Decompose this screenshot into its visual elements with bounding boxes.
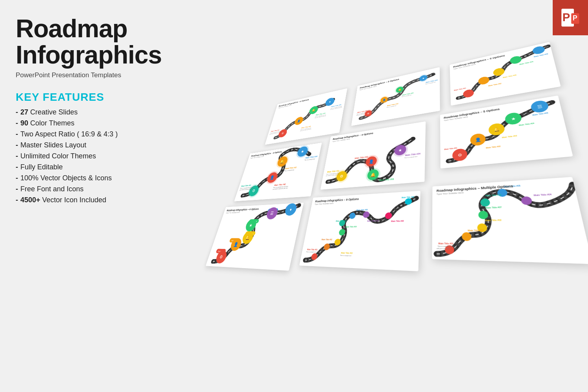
dash: -	[16, 119, 18, 127]
list-item: - Unlimited Color Themes	[16, 152, 180, 160]
road-svg-7: Option #01 Option #02 Option #03 Option …	[206, 203, 304, 270]
svg-text:This is a sample text: This is a sample text	[306, 251, 317, 253]
svg-text:This is a sample text: This is a sample text	[340, 254, 351, 257]
list-item: - 100% Vector Objects & Icons	[16, 174, 180, 182]
feature-text: Two Aspect Ratio ( 16:9 & 4:3 )	[20, 130, 118, 138]
list-item: - Free Font and Icons	[16, 185, 180, 193]
dash: -	[16, 174, 18, 182]
svg-text:⚙: ⚙	[457, 152, 462, 157]
dash: -	[16, 141, 18, 149]
svg-text:Main Title #03: Main Title #03	[285, 166, 297, 169]
svg-text:Main Title #04: Main Title #04	[345, 226, 357, 228]
svg-text:Main Title #02: Main Title #02	[486, 145, 501, 149]
svg-text:⚙: ⚙	[367, 112, 370, 115]
svg-text:Main Title #04: Main Title #04	[305, 155, 318, 159]
list-item: - Master Slides Layout	[16, 141, 180, 149]
list-item: - Two Aspect Ratio ( 16:9 & 4:3 )	[16, 130, 180, 138]
feature-text: 4500+ Vector Icon Included	[20, 196, 106, 204]
slide-inner-7: Roadmap Infographics – 6 Options Type Yo…	[206, 203, 304, 270]
svg-text:Main Title #01: Main Title #01	[439, 242, 454, 245]
slide-card-7: Roadmap Infographics – 6 Options Type Yo…	[206, 203, 304, 270]
svg-text:Main Title #05: Main Title #05	[532, 112, 549, 116]
subtitle: PowerPoint Presentation Templates	[16, 71, 180, 79]
svg-text:P: P	[573, 14, 577, 22]
slide-inner-6: Roadmap Infographics – 5 Options Type Yo…	[440, 96, 573, 169]
svg-text:Main Title #05: Main Title #05	[336, 220, 347, 222]
road-svg-6: ⚙ 👤 🔔 ★ ☰ Main Title #01 Main Title #02 …	[440, 96, 573, 169]
road-svg-3: Main Title #01 Main Title #02 Main Title…	[450, 42, 561, 105]
ppt-icon: P P	[560, 7, 581, 28]
svg-text:Main Title #02: Main Title #02	[485, 219, 502, 221]
feature-text: 90 Color Themes	[20, 119, 75, 127]
ppt-badge-inner: P P	[560, 7, 581, 28]
slides-grid: Roadmap Infographics – 4 Options Type Yo…	[165, 24, 588, 392]
features-list: - 27 Creative Slides - 90 Color Themes -…	[16, 108, 180, 204]
svg-text:Main Title #03: Main Title #03	[502, 135, 517, 139]
svg-text:★: ★	[422, 77, 424, 80]
slide-inner-9: Roadmap Infographics – Multiple Options …	[432, 177, 588, 264]
svg-text:Main Title #03: Main Title #03	[341, 252, 353, 254]
svg-text:Main Title #06: Main Title #06	[356, 209, 368, 211]
feature-text: Unlimited Color Themes	[20, 152, 96, 160]
slide-inner-8: Roadmap Infographics – 9 Options Type Yo…	[299, 191, 421, 271]
svg-text:add your own text: add your own text	[437, 247, 450, 250]
svg-text:🔔: 🔔	[370, 172, 376, 178]
svg-text:Main Title #04: Main Title #04	[519, 122, 535, 126]
list-item: - Fully Editable	[16, 163, 180, 171]
slide-card-9: Roadmap Infographics – Multiple Options …	[432, 177, 588, 264]
svg-text:☰: ☰	[537, 104, 542, 109]
svg-text:Main Title #06: Main Title #06	[485, 194, 502, 197]
slide-inner-4: Roadmap Infographics – 4 Options Type Yo…	[234, 143, 322, 201]
svg-text:P: P	[563, 11, 570, 24]
svg-text:Main Title #01: Main Title #01	[454, 87, 466, 91]
slide-card-4: Roadmap Infographics – 4 Options Type Yo…	[234, 143, 322, 201]
feature-text: Fully Editable	[20, 163, 63, 171]
feature-text: Free Font and Icons	[20, 185, 84, 193]
svg-text:Main Title #02: Main Title #02	[321, 238, 333, 241]
svg-text:Main Title #01: Main Title #01	[444, 147, 457, 151]
svg-text:Main Title #07: Main Title #07	[486, 206, 502, 209]
slide-inner-2: Roadmap Infographics – 4 Options Type Yo…	[351, 67, 440, 126]
dash: -	[16, 196, 18, 204]
slide-card-8: Roadmap Infographics – 9 Options Type Yo…	[299, 191, 421, 271]
slide-card-3: Roadmap Infographics – 5 Options Type Yo…	[450, 42, 561, 105]
svg-text:⚙: ⚙	[339, 174, 344, 179]
dash: -	[16, 152, 18, 160]
slide-card-2: Roadmap Infographics – 4 Options Type Yo…	[351, 67, 440, 126]
feature-text: Master Slides Layout	[20, 141, 86, 149]
svg-text:Main Title #01: Main Title #01	[307, 249, 318, 251]
svg-text:Main Title #04: Main Title #04	[519, 61, 534, 65]
svg-text:★: ★	[510, 116, 516, 121]
svg-text:Main Title #07: Main Title #07	[367, 220, 379, 222]
slide-card-6: Roadmap Infographics – 5 Options Type Yo…	[440, 96, 573, 169]
dash: -	[16, 185, 18, 193]
list-item: - 90 Color Themes	[16, 119, 180, 127]
feature-text: 100% Vector Objects & Icons	[20, 174, 112, 182]
ppt-badge: P P	[553, 0, 588, 35]
svg-point-163	[405, 198, 412, 205]
svg-text:Main Title #03: Main Title #03	[468, 229, 484, 232]
dash: -	[16, 163, 18, 171]
svg-text:Main Title #08: Main Title #08	[391, 220, 404, 223]
dash: -	[16, 108, 18, 116]
dash: -	[16, 130, 18, 138]
svg-text:This is a sample text: This is a sample text	[284, 169, 295, 172]
main-title: Roadmap Infographics	[16, 16, 180, 68]
svg-text:Main Title #03: Main Title #03	[503, 74, 517, 78]
road-svg-2: ⚙ 👤 🔔 ★ Main Title #01 This is a sample …	[351, 67, 440, 126]
svg-text:Main Title #04: Main Title #04	[533, 193, 552, 197]
feature-text: 27 Creative Slides	[20, 108, 78, 116]
svg-text:★: ★	[398, 148, 402, 152]
slides-container: Roadmap Infographics – 4 Options Type Yo…	[159, 18, 588, 392]
slide-inner-3: Roadmap Infographics – 5 Options Type Yo…	[450, 42, 561, 105]
svg-text:Main Title #02: Main Title #02	[488, 83, 502, 87]
left-panel: Roadmap Infographics PowerPoint Presenta…	[16, 16, 180, 204]
svg-point-162	[385, 212, 392, 219]
key-features-label: KEY FEATURES	[16, 91, 180, 103]
list-item: - 4500+ Vector Icon Included	[16, 196, 180, 204]
list-item: - 27 Creative Slides	[16, 108, 180, 116]
